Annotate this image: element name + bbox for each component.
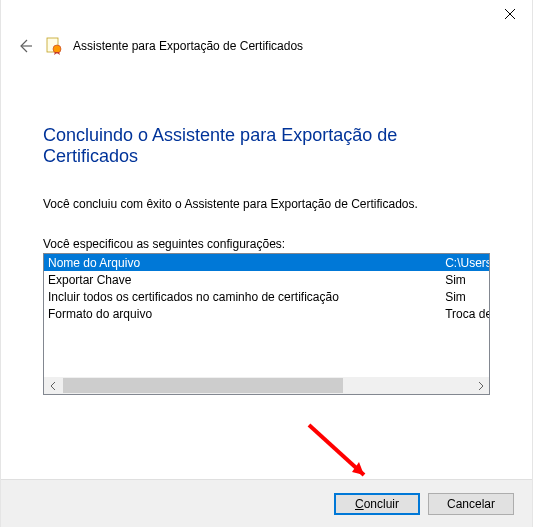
scroll-right-button[interactable]: [472, 377, 489, 394]
setting-label: Nome do Arquivo: [44, 254, 441, 271]
settings-listbox-inner: Nome do ArquivoC:\Users\Wesley Marques\D…: [44, 254, 489, 377]
success-message: Você concluiu com êxito o Assistente par…: [43, 197, 490, 211]
chevron-right-icon: [478, 382, 484, 390]
setting-label: Incluir todos os certificados no caminho…: [44, 288, 441, 305]
setting-value: Troca de Informações Pessoa: [441, 305, 489, 322]
back-arrow-icon: [17, 38, 33, 54]
horizontal-scrollbar[interactable]: [44, 377, 489, 394]
finish-button[interactable]: Concluir: [334, 493, 420, 515]
scrollbar-track[interactable]: [61, 377, 472, 394]
wizard-window: Assistente para Exportação de Certificad…: [0, 0, 533, 527]
certificate-icon: [45, 37, 63, 55]
close-icon: [505, 9, 515, 19]
back-button[interactable]: [15, 36, 35, 56]
chevron-left-icon: [50, 382, 56, 390]
table-row[interactable]: Incluir todos os certificados no caminho…: [44, 288, 489, 305]
wizard-header: Assistente para Exportação de Certificad…: [1, 30, 532, 70]
config-label: Você especificou as seguintes configuraç…: [43, 237, 490, 251]
scrollbar-thumb[interactable]: [63, 378, 343, 393]
setting-value: Sim: [441, 288, 489, 305]
svg-marker-6: [352, 462, 364, 475]
titlebar: [1, 0, 532, 30]
svg-point-4: [53, 45, 61, 53]
setting-label: Exportar Chave: [44, 271, 441, 288]
table-row[interactable]: Nome do ArquivoC:\Users\Wesley Marques\D…: [44, 254, 489, 271]
wizard-footer: Concluir Cancelar: [1, 479, 532, 527]
setting-value: Sim: [441, 271, 489, 288]
table-row[interactable]: Exportar ChaveSim: [44, 271, 489, 288]
setting-label: Formato do arquivo: [44, 305, 441, 322]
cancel-button[interactable]: Cancelar: [428, 493, 514, 515]
wizard-content: Concluindo o Assistente para Exportação …: [1, 70, 532, 395]
settings-table: Nome do ArquivoC:\Users\Wesley Marques\D…: [44, 254, 489, 322]
setting-value: C:\Users\Wesley Marques\De: [441, 254, 489, 271]
close-button[interactable]: [487, 0, 532, 28]
wizard-title: Assistente para Exportação de Certificad…: [73, 39, 303, 53]
svg-line-5: [309, 425, 364, 475]
page-heading: Concluindo o Assistente para Exportação …: [43, 125, 490, 167]
scroll-left-button[interactable]: [44, 377, 61, 394]
table-row[interactable]: Formato do arquivoTroca de Informações P…: [44, 305, 489, 322]
settings-listbox[interactable]: Nome do ArquivoC:\Users\Wesley Marques\D…: [43, 253, 490, 395]
